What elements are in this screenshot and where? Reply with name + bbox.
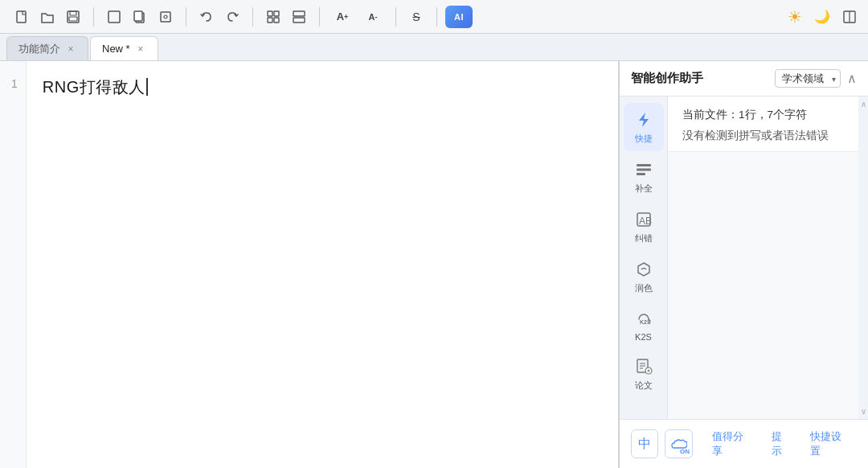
history-tools-group xyxy=(191,6,248,28)
open-file-button[interactable] xyxy=(35,6,59,28)
sidebar-icon-polish-label: 润色 xyxy=(635,282,653,294)
grid1-button[interactable] xyxy=(261,6,285,28)
crop-button[interactable] xyxy=(154,6,178,28)
sidebar-info-section: 当前文件：1行，7个字符 没有检测到拼写或者语法错误 xyxy=(668,96,868,152)
layout-toggle-button[interactable] xyxy=(837,6,862,28)
shortcut-settings-link[interactable]: 快捷设置 xyxy=(804,426,857,462)
svg-rect-13 xyxy=(293,11,305,16)
svg-rect-6 xyxy=(134,11,142,21)
lightning-icon xyxy=(633,109,654,130)
svg-rect-12 xyxy=(274,18,279,23)
copy-button[interactable] xyxy=(128,6,152,28)
translate-icon: 中 xyxy=(638,436,651,453)
toolbar: A+ A- S AI ☀ 🌙 xyxy=(0,0,868,34)
tab-new-label: New * xyxy=(102,43,130,55)
redo-button[interactable] xyxy=(220,6,244,28)
svg-rect-20 xyxy=(637,173,645,175)
sidebar-icon-complete-label: 补全 xyxy=(635,183,653,195)
translate-button[interactable]: 中 xyxy=(631,429,658,458)
sidebar-icon-k2s-label: K2S xyxy=(635,332,652,342)
text-cursor xyxy=(146,78,148,96)
file-info-row: 当前文件：1行，7个字符 xyxy=(682,108,854,122)
svg-marker-23 xyxy=(638,263,649,276)
grid2-button[interactable] xyxy=(287,6,311,28)
file-tools-group xyxy=(6,6,88,28)
theme-sun-button[interactable]: ☀ xyxy=(783,6,807,28)
sidebar-icon-paper-label: 论文 xyxy=(635,380,653,392)
line-number-1: 1 xyxy=(11,74,18,94)
font-decrease-button[interactable]: A- xyxy=(358,6,387,28)
scroll-down-arrow[interactable]: ∨ xyxy=(861,404,866,419)
tab-new-close[interactable]: × xyxy=(135,43,146,55)
svg-rect-9 xyxy=(268,11,272,16)
text-tools-group: S xyxy=(401,6,432,28)
sidebar-title: 智能创作助手 xyxy=(631,71,775,86)
tab-new[interactable]: New * × xyxy=(90,36,158,60)
tab-intro-label: 功能简介 xyxy=(18,42,60,56)
sidebar-collapse-button[interactable]: ∧ xyxy=(847,71,857,86)
svg-rect-7 xyxy=(161,12,170,22)
svg-text:AB: AB xyxy=(639,216,652,227)
svg-rect-0 xyxy=(17,11,26,23)
sidebar-right: 智能创作助手 学术领域 通用 商务 文学 ∧ xyxy=(619,61,868,468)
save-file-button[interactable] xyxy=(61,6,85,28)
svg-rect-14 xyxy=(293,18,305,23)
svg-marker-17 xyxy=(639,113,649,127)
font-increase-button[interactable]: A+ xyxy=(328,6,357,28)
domain-select-wrapper: 学术领域 通用 商务 文学 xyxy=(775,69,841,88)
main-area: 1 RNG打得敌人 智能创作助手 学术领域 通用 商务 文学 ∧ xyxy=(0,61,868,468)
svg-rect-10 xyxy=(274,11,279,16)
complete-icon xyxy=(633,159,654,180)
no-error-text: 没有检测到拼写或者语法错误 xyxy=(682,129,854,143)
strikethrough-button[interactable]: S xyxy=(404,6,428,28)
polish-icon xyxy=(633,259,654,280)
svg-rect-19 xyxy=(637,169,651,171)
divider-1 xyxy=(93,7,94,27)
sidebar-icon-k2s[interactable]: K2S K2S xyxy=(624,302,664,348)
svg-rect-11 xyxy=(268,18,272,23)
editor-content[interactable]: RNG打得敌人 xyxy=(27,61,618,468)
sidebar-icon-quick[interactable]: 快捷 xyxy=(624,103,664,151)
domain-select[interactable]: 学术领域 通用 商务 文学 xyxy=(775,69,841,88)
side-icons-panel: 快捷 补全 xyxy=(620,96,668,419)
divider-2 xyxy=(186,7,186,27)
resize-button[interactable] xyxy=(102,6,126,28)
svg-text:K2S: K2S xyxy=(640,319,651,325)
tab-intro-close[interactable]: × xyxy=(65,43,76,55)
grid-tools-group xyxy=(258,6,314,28)
svg-rect-18 xyxy=(637,164,651,166)
sidebar-content: 当前文件：1行，7个字符 没有检测到拼写或者语法错误 xyxy=(668,96,868,419)
divider-4 xyxy=(319,7,320,27)
sidebar-bottom: 中 ON 值得分享 提示 快捷设置 xyxy=(620,419,868,468)
svg-rect-4 xyxy=(108,11,120,23)
toolbar-right-group: ☀ 🌙 xyxy=(783,6,862,28)
svg-point-8 xyxy=(164,15,167,18)
sidebar-inner: 快捷 补全 xyxy=(620,96,868,419)
undo-button[interactable] xyxy=(194,6,219,28)
divider-3 xyxy=(252,7,253,27)
sidebar-icon-paper[interactable]: 论文 xyxy=(624,350,664,398)
divider-5 xyxy=(395,7,396,27)
file-info-label: 当前文件： xyxy=(682,109,739,121)
ai-button[interactable]: AI xyxy=(445,6,473,28)
new-file-button[interactable] xyxy=(10,6,34,28)
sidebar-icon-polish[interactable]: 润色 xyxy=(624,252,664,301)
sidebar-icon-correct-label: 纠错 xyxy=(635,232,653,244)
divider-6 xyxy=(436,7,437,27)
line-numbers: 1 xyxy=(0,61,27,468)
sidebar-icon-complete[interactable]: 补全 xyxy=(624,153,664,201)
tab-intro[interactable]: 功能简介 × xyxy=(6,36,88,60)
feedback-link[interactable]: 值得分享 xyxy=(706,426,759,462)
svg-rect-3 xyxy=(69,17,77,21)
theme-moon-button[interactable]: 🌙 xyxy=(810,6,834,28)
tip-link[interactable]: 提示 xyxy=(765,426,798,462)
tabs-bar: 功能简介 × New * × xyxy=(0,34,868,61)
layout-tools-group xyxy=(99,6,181,28)
cloud-button[interactable]: ON xyxy=(665,429,692,458)
sidebar-icon-correct[interactable]: AB 纠错 xyxy=(624,203,664,251)
editor-text: RNG打得敌人 xyxy=(43,72,145,101)
file-info-value: 1行，7个字符 xyxy=(739,109,807,121)
scroll-up-arrow[interactable]: ∧ xyxy=(861,96,866,112)
ai-tools-group: AI xyxy=(442,6,476,28)
font-tools-group: A+ A- xyxy=(325,6,391,28)
